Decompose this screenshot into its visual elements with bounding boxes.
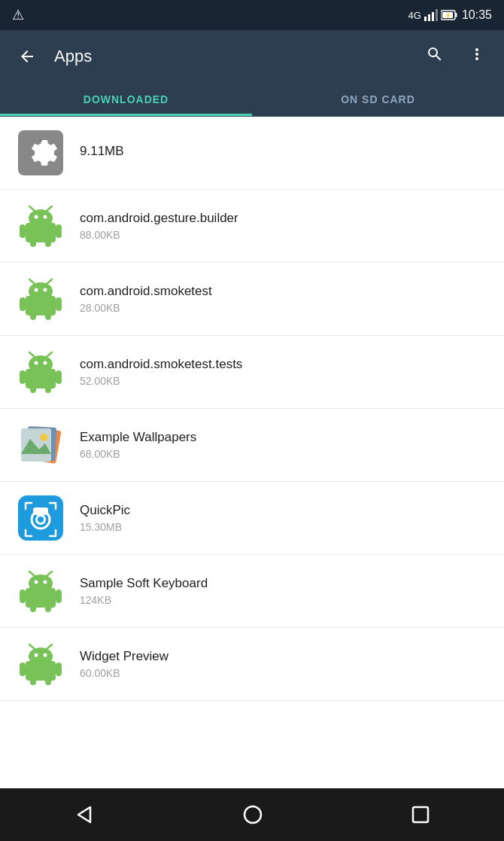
svg-marker-75 bbox=[78, 807, 90, 822]
svg-rect-41 bbox=[30, 385, 36, 393]
app-name: 9.11MB bbox=[80, 144, 124, 159]
svg-rect-39 bbox=[20, 370, 26, 384]
svg-point-23 bbox=[29, 282, 53, 300]
app-name: com.android.gesture.builder bbox=[80, 211, 238, 226]
svg-rect-18 bbox=[56, 224, 62, 238]
svg-rect-77 bbox=[413, 807, 428, 822]
svg-rect-60 bbox=[20, 590, 26, 603]
android-app-icon bbox=[18, 641, 63, 687]
list-item[interactable]: Example Wallpapers 68.00KB bbox=[0, 409, 504, 482]
bottom-navigation bbox=[0, 788, 504, 841]
app-icon-wrapper bbox=[15, 419, 66, 471]
app-icon-wrapper: ✦ bbox=[15, 127, 66, 178]
tabs-bar: DOWNLOADED ON SD CARD bbox=[0, 83, 504, 117]
android-app-icon bbox=[18, 568, 63, 614]
svg-point-66 bbox=[29, 648, 53, 666]
svg-rect-40 bbox=[56, 370, 62, 384]
app-icon-wrapper bbox=[15, 565, 66, 617]
app-info: Widget Preview 60.00KB bbox=[80, 649, 169, 679]
more-options-button[interactable] bbox=[462, 39, 492, 74]
list-item[interactable]: QuickPic 15.30MB bbox=[0, 482, 504, 555]
svg-rect-19 bbox=[30, 239, 36, 247]
svg-rect-61 bbox=[56, 590, 62, 603]
search-button[interactable] bbox=[420, 39, 450, 74]
list-item[interactable]: Sample Soft Keyboard 124KB bbox=[0, 555, 504, 628]
svg-rect-29 bbox=[56, 297, 62, 311]
app-name: Sample Soft Keyboard bbox=[80, 576, 208, 591]
status-bar-left: ⚠ bbox=[12, 7, 24, 23]
svg-rect-73 bbox=[30, 678, 36, 685]
svg-point-68 bbox=[44, 654, 47, 657]
app-name: QuickPic bbox=[80, 503, 130, 518]
app-size: 52.00KB bbox=[80, 375, 242, 387]
list-item[interactable]: com.android.smoketest.tests 52.00KB bbox=[0, 336, 504, 409]
back-button[interactable] bbox=[12, 41, 42, 72]
svg-point-36 bbox=[44, 361, 47, 365]
back-nav-button[interactable] bbox=[51, 797, 117, 833]
signal-indicator: 4G ⚡ bbox=[408, 9, 457, 21]
app-size: 28.00KB bbox=[80, 302, 212, 314]
svg-rect-63 bbox=[45, 605, 51, 612]
signal-text: 4G bbox=[408, 10, 421, 21]
svg-point-14 bbox=[44, 215, 47, 219]
warning-icon: ⚠ bbox=[12, 7, 24, 23]
wallpapers-app-icon bbox=[15, 422, 66, 468]
app-size: 88.00KB bbox=[80, 229, 238, 241]
top-bar-actions bbox=[420, 39, 492, 74]
app-size: 124KB bbox=[80, 594, 208, 606]
app-icon-wrapper bbox=[15, 200, 66, 251]
svg-point-76 bbox=[244, 806, 261, 823]
app-size: 68.00KB bbox=[80, 448, 196, 460]
app-icon-wrapper bbox=[15, 638, 66, 690]
svg-point-67 bbox=[35, 654, 38, 657]
svg-point-47 bbox=[40, 434, 47, 441]
top-bar: Apps bbox=[0, 30, 504, 83]
list-item[interactable]: com.android.gesture.builder 88.00KB bbox=[0, 190, 504, 263]
svg-rect-51 bbox=[33, 507, 48, 515]
list-item[interactable]: com.android.smoketest 28.00KB bbox=[0, 263, 504, 336]
app-list: ✦ 9.11MB bbox=[0, 117, 504, 788]
app-info: Sample Soft Keyboard 124KB bbox=[80, 576, 208, 606]
svg-text:✦: ✦ bbox=[39, 139, 43, 143]
app-icon-wrapper bbox=[15, 273, 66, 325]
tab-on-sd-card[interactable]: ON SD CARD bbox=[252, 83, 504, 116]
svg-point-52 bbox=[38, 516, 44, 523]
app-info: com.android.gesture.builder 88.00KB bbox=[80, 211, 238, 241]
status-bar: ⚠ 4G ⚡ 10:35 bbox=[0, 0, 504, 30]
app-icon-wrapper bbox=[15, 492, 66, 544]
app-icon-wrapper bbox=[15, 346, 66, 398]
android-app-icon bbox=[18, 276, 63, 321]
recents-nav-button[interactable] bbox=[388, 797, 453, 832]
svg-rect-45 bbox=[21, 428, 51, 462]
svg-rect-1 bbox=[428, 14, 430, 21]
svg-point-13 bbox=[35, 215, 38, 219]
home-nav-button[interactable] bbox=[220, 797, 286, 833]
svg-rect-0 bbox=[424, 17, 427, 21]
svg-rect-17 bbox=[20, 224, 26, 238]
svg-rect-31 bbox=[45, 312, 51, 320]
app-name: com.android.smoketest bbox=[80, 284, 212, 299]
svg-point-35 bbox=[35, 361, 38, 365]
svg-point-34 bbox=[29, 355, 53, 373]
svg-rect-20 bbox=[45, 239, 51, 247]
list-item[interactable]: ✦ 9.11MB bbox=[0, 117, 504, 190]
quickpic-app-icon bbox=[18, 495, 63, 541]
svg-rect-42 bbox=[45, 385, 51, 393]
app-info: 9.11MB bbox=[80, 144, 124, 162]
svg-point-55 bbox=[29, 574, 53, 593]
app-info: com.android.smoketest 28.00KB bbox=[80, 284, 212, 314]
app-info: Example Wallpapers 68.00KB bbox=[80, 430, 196, 460]
svg-rect-3 bbox=[436, 9, 438, 21]
list-item[interactable]: Widget Preview 60.00KB bbox=[0, 628, 504, 701]
svg-point-12 bbox=[29, 209, 53, 227]
signal-bars-icon bbox=[424, 9, 438, 21]
android-app-icon bbox=[18, 349, 63, 395]
svg-rect-62 bbox=[30, 605, 36, 612]
tab-downloaded[interactable]: DOWNLOADED bbox=[0, 83, 252, 116]
svg-point-24 bbox=[35, 288, 38, 292]
svg-rect-30 bbox=[30, 312, 36, 320]
page-title: Apps bbox=[54, 47, 408, 66]
svg-rect-28 bbox=[20, 297, 26, 311]
app-name: Widget Preview bbox=[80, 649, 169, 664]
app-info: QuickPic 15.30MB bbox=[80, 503, 130, 533]
